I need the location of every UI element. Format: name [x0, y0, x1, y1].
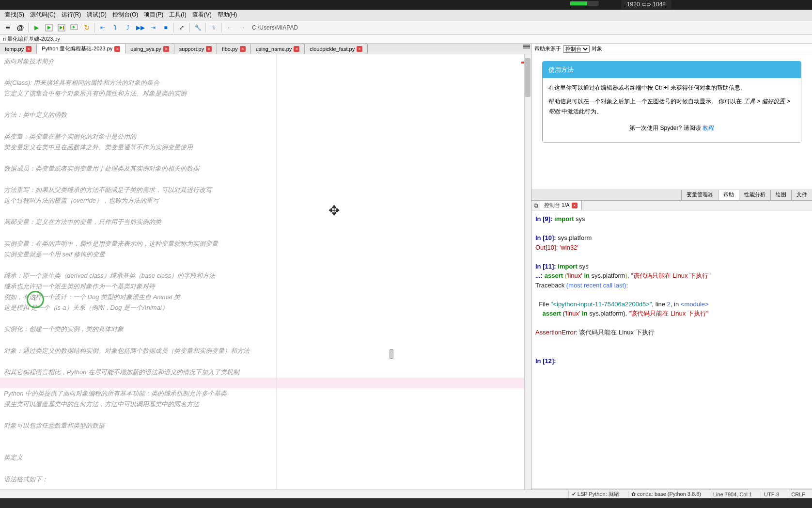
status-line[interactable]: Line 7904, Col 1 [710, 492, 755, 497]
help-text-2: 帮助信息可以在一个对象之后加上一个左圆括号的时候自动显示。 你可以在 工具 > … [548, 96, 795, 116]
run-cell-icon[interactable] [43, 22, 55, 33]
menu-item[interactable]: 源代码(C) [27, 10, 59, 20]
svg-rect-4 [63, 26, 64, 30]
tab-close-icon[interactable]: × [206, 46, 212, 52]
code-editor[interactable]: 面向对象技术简介 类(Class): 用来描述具有相同的属性和方法的对象的集合它… [0, 54, 531, 498]
forward-icon[interactable]: → [236, 22, 248, 33]
status-lsp: ✔ LSP Python: 就绪 [568, 491, 622, 498]
help-card-title: 使用方法 [543, 62, 801, 78]
help-body: 使用方法 在这里你可以通过在编辑器或者终端中按 Ctrl+I 来获得任何对象的帮… [531, 54, 812, 190]
titlebar: 1920 ⊂⊃ 1048 [0, 0, 812, 10]
tab-close-icon[interactable]: × [26, 46, 31, 52]
right-pane-tab[interactable]: 帮助 [718, 190, 739, 200]
resolution-indicator: 1920 ⊂⊃ 1048 [621, 0, 671, 9]
help-source-label: 帮助来源于 [534, 45, 561, 52]
working-dir-path[interactable]: C:\Users\MIAPAD [249, 23, 810, 32]
tab-close-icon[interactable]: × [114, 46, 120, 52]
menu-item[interactable]: 项目(P) [141, 10, 166, 20]
tab-options-icon[interactable] [523, 45, 530, 51]
menu-item[interactable]: 查看(V) [189, 10, 215, 20]
debug-next-icon[interactable]: ⇥ [147, 22, 159, 33]
main-toolbar: ≡ @ ▶ ↻ ⇤ ⤵ ⤴ ▶▶ ⇥ ■ ⤢ 🔧 ⚕ ← → C:\Users\… [0, 20, 812, 35]
editor-tab[interactable]: support.py× [174, 44, 217, 54]
list-icon[interactable]: ≡ [2, 22, 14, 33]
zoom-icon[interactable]: ⤢ [176, 22, 187, 33]
svg-marker-6 [73, 26, 75, 29]
menu-item[interactable]: 帮助(H) [215, 10, 240, 20]
debug-step-out-icon[interactable]: ⤴ [122, 22, 134, 33]
tab-close-icon[interactable]: × [357, 46, 362, 52]
help-header: 帮助来源于 控制台 对象 [531, 44, 812, 54]
editor-tabs: temp.py×Python 量化编程基础-2023.py×using_sys.… [0, 44, 531, 54]
editor-tab[interactable]: cloudpickle_fast.py× [305, 44, 368, 54]
battery-icon [570, 1, 599, 6]
editor-tab[interactable]: temp.py× [0, 44, 37, 54]
at-icon[interactable]: @ [15, 22, 26, 33]
debug-continue-icon[interactable]: ▶▶ [135, 22, 146, 33]
right-pane-tab[interactable]: 性能分析 [739, 190, 770, 200]
tutorial-link[interactable]: 教程 [703, 125, 714, 131]
console-tabs-row: ⧉ 控制台 1/A × [531, 201, 812, 210]
editor-tab[interactable]: fibo.py× [217, 44, 250, 54]
editor-tab[interactable]: Python 量化编程基础-2023.py× [37, 44, 125, 54]
status-eol: CRLF [788, 492, 808, 497]
splitter-handle[interactable] [390, 349, 393, 359]
help-text-1: 在这里你可以通过在编辑器或者终端中按 Ctrl+I 来获得任何对象的帮助信息。 [548, 83, 795, 93]
scroll-markers [520, 54, 524, 498]
menu-item[interactable]: 工具(I) [166, 10, 189, 20]
taskbar [0, 498, 812, 508]
console-close-icon[interactable]: × [572, 203, 578, 208]
run-selection-icon[interactable] [68, 22, 80, 33]
svg-marker-1 [47, 26, 51, 30]
editor-pane: temp.py×Python 量化编程基础-2023.py×using_sys.… [0, 44, 531, 498]
editor-tab[interactable]: using_name.py× [251, 44, 305, 54]
editor-scrollbar[interactable] [524, 54, 531, 498]
tab-close-icon[interactable]: × [163, 46, 169, 52]
status-encoding: UTF-8 [761, 492, 782, 497]
run-cell-advance-icon[interactable] [56, 22, 67, 33]
menu-item[interactable]: 控制台(O) [109, 10, 141, 20]
file-breadcrumb: n 量化编程基础-2023.py [0, 35, 812, 44]
wrench-icon[interactable]: 🔧 [192, 22, 203, 33]
menu-item[interactable]: 运行(R) [59, 10, 84, 20]
rerun-icon[interactable]: ↻ [81, 22, 93, 33]
console-tab[interactable]: 控制台 1/A × [540, 201, 582, 210]
right-pane-tabs: 变量管理器帮助性能分析绘图文件 [531, 190, 812, 201]
debug-step-over-icon[interactable]: ⤵ [109, 22, 121, 33]
svg-marker-3 [60, 26, 62, 30]
right-pane-tab[interactable]: 绘图 [770, 190, 791, 200]
right-pane-tab[interactable]: 变量管理器 [681, 190, 718, 200]
debug-stop-icon[interactable]: ■ [160, 22, 172, 33]
help-source-select[interactable]: 控制台 [563, 45, 590, 53]
python-icon[interactable]: ⚕ [208, 22, 219, 33]
editor-tab[interactable]: using_sys.py× [125, 44, 174, 54]
help-object-label: 对象 [592, 45, 602, 52]
console-output[interactable]: In [9]: import sys In [10]: sys.platform… [531, 210, 812, 489]
status-bar: ✔ LSP Python: 就绪 ✿ conda: base (Python 3… [0, 490, 812, 498]
tab-close-icon[interactable]: × [240, 46, 246, 52]
tab-close-icon[interactable]: × [294, 46, 299, 52]
help-tutorial: 第一次使用 Spyder? 请阅读 教程 [548, 123, 795, 133]
console-expand-icon[interactable]: ⧉ [531, 202, 540, 209]
menu-item[interactable]: 查找(S) [2, 10, 27, 20]
run-icon[interactable]: ▶ [31, 22, 42, 33]
right-pane-tab[interactable]: 文件 [791, 190, 812, 200]
debug-step-into-icon[interactable]: ⇤ [97, 22, 109, 33]
back-icon[interactable]: ← [224, 22, 235, 33]
menu-item[interactable]: 调试(D) [84, 10, 109, 20]
right-pane: 帮助来源于 控制台 对象 使用方法 在这里你可以通过在编辑器或者终端中按 Ctr… [531, 44, 812, 498]
menu-bar: 查找(S)源代码(C)运行(R)调试(D)控制台(O)项目(P)工具(I)查看(… [0, 10, 812, 20]
status-conda[interactable]: ✿ conda: base (Python 3.8.8) [628, 491, 704, 497]
